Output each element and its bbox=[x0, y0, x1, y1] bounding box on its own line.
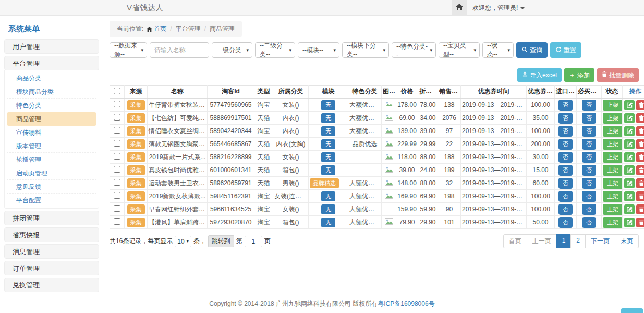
page-1-button[interactable]: 1 bbox=[556, 234, 572, 248]
row-checkbox[interactable] bbox=[114, 218, 120, 225]
breadcrumb-home-link[interactable]: 首页 bbox=[154, 25, 166, 32]
status-button[interactable]: 上架 bbox=[603, 191, 623, 202]
must-buy-toggle[interactable]: 否 bbox=[582, 204, 596, 215]
row-checkbox[interactable] bbox=[114, 205, 120, 212]
sidebar-sub-item[interactable]: 意见反馈 bbox=[7, 180, 96, 194]
jump-button[interactable]: 跳转到 bbox=[208, 235, 234, 247]
status-button[interactable]: 上架 bbox=[603, 217, 623, 228]
back-to-top-button[interactable] bbox=[621, 308, 643, 313]
must-buy-toggle[interactable]: 否 bbox=[582, 217, 596, 228]
sidebar-section-item[interactable]: 用户管理 bbox=[4, 39, 99, 54]
must-buy-toggle[interactable]: 否 bbox=[582, 139, 596, 150]
delete-button[interactable] bbox=[636, 139, 644, 149]
row-checkbox[interactable] bbox=[114, 166, 120, 173]
next-page-button[interactable]: 下一页 bbox=[585, 234, 615, 248]
second-category-select[interactable]: --二级分类--▾ bbox=[255, 42, 295, 58]
import-excel-button[interactable]: 导入excel bbox=[517, 68, 562, 82]
status-button[interactable]: 上架 bbox=[603, 126, 623, 137]
must-buy-toggle[interactable]: 否 bbox=[582, 191, 596, 202]
must-buy-toggle[interactable]: 否 bbox=[582, 126, 596, 137]
sidebar-sub-item[interactable]: 轮播管理 bbox=[7, 153, 96, 166]
row-checkbox[interactable] bbox=[114, 140, 120, 147]
sidebar-sub-item[interactable]: 商品管理 bbox=[7, 112, 96, 126]
sidebar-sub-item[interactable]: 特色分类 bbox=[7, 99, 96, 112]
must-buy-toggle[interactable]: 否 bbox=[582, 113, 596, 124]
edit-button[interactable] bbox=[624, 100, 635, 110]
delete-button[interactable] bbox=[636, 113, 644, 123]
import-select-toggle[interactable]: 否 bbox=[558, 113, 573, 124]
sidebar-sub-item[interactable]: 宣传物料 bbox=[7, 126, 96, 139]
must-buy-toggle[interactable]: 否 bbox=[582, 178, 596, 189]
must-buy-toggle[interactable]: 否 bbox=[582, 165, 596, 176]
sidebar-sub-item[interactable]: 启动页管理 bbox=[7, 166, 96, 180]
search-button[interactable]: 查询 bbox=[516, 42, 548, 58]
status-button[interactable]: 上架 bbox=[603, 165, 623, 176]
must-buy-toggle[interactable]: 否 bbox=[582, 152, 596, 163]
row-checkbox[interactable] bbox=[114, 114, 120, 121]
edit-button[interactable] bbox=[624, 152, 635, 162]
add-button[interactable]: ＋添加 bbox=[564, 68, 594, 82]
delete-button[interactable] bbox=[636, 100, 644, 110]
last-page-button[interactable]: 末页 bbox=[615, 234, 639, 248]
import-select-toggle[interactable]: 否 bbox=[558, 126, 573, 137]
delete-button[interactable] bbox=[636, 152, 644, 162]
name-search-input[interactable] bbox=[150, 42, 209, 58]
reset-button[interactable]: 重置 bbox=[550, 42, 581, 58]
delete-button[interactable] bbox=[636, 178, 644, 188]
home-button[interactable] bbox=[452, 0, 467, 16]
edit-button[interactable] bbox=[624, 178, 635, 188]
prev-page-button[interactable]: 上一页 bbox=[527, 234, 557, 248]
import-select-toggle[interactable]: 否 bbox=[558, 191, 573, 202]
import-select-toggle[interactable]: 否 bbox=[558, 100, 573, 111]
sidebar-sub-item[interactable]: 商品分类 bbox=[7, 71, 96, 85]
sidebar-sub-item[interactable]: 平台配置 bbox=[7, 194, 96, 207]
select-all-checkbox[interactable] bbox=[114, 88, 120, 94]
edit-button[interactable] bbox=[624, 218, 635, 227]
import-select-toggle[interactable]: 否 bbox=[558, 204, 573, 215]
icp-link[interactable]: 粤ICP备16098006号 bbox=[378, 300, 434, 307]
edit-button[interactable] bbox=[624, 165, 635, 175]
import-select-toggle[interactable]: 否 bbox=[558, 217, 573, 228]
delete-button[interactable] bbox=[636, 204, 644, 214]
status-select[interactable]: --状态--▾ bbox=[482, 42, 514, 58]
row-checkbox[interactable] bbox=[114, 127, 120, 134]
row-checkbox[interactable] bbox=[114, 192, 120, 199]
edit-button[interactable] bbox=[624, 126, 635, 136]
import-select-toggle[interactable]: 否 bbox=[558, 165, 573, 176]
status-button[interactable]: 上架 bbox=[603, 139, 623, 150]
user-menu[interactable]: 欢迎您，管理员! bbox=[472, 0, 525, 16]
item-type-select[interactable]: --宝贝类型--▾ bbox=[439, 42, 480, 58]
sidebar-sub-item[interactable]: 版本管理 bbox=[7, 139, 96, 153]
status-button[interactable]: 上架 bbox=[603, 152, 623, 163]
sidebar-sub-item[interactable]: 模块商品分类 bbox=[7, 85, 96, 99]
sidebar-section-item[interactable]: 订单管理 bbox=[4, 261, 99, 275]
data-source-select[interactable]: --数据来源--▾ bbox=[110, 42, 147, 58]
sidebar-section-item[interactable]: 省惠快报 bbox=[4, 227, 99, 242]
must-buy-toggle[interactable]: 否 bbox=[582, 100, 596, 111]
status-button[interactable]: 上架 bbox=[603, 100, 623, 111]
edit-button[interactable] bbox=[624, 139, 635, 149]
status-button[interactable]: 上架 bbox=[603, 178, 623, 189]
first-page-button[interactable]: 首页 bbox=[503, 234, 527, 248]
delete-button[interactable] bbox=[636, 218, 644, 227]
page-2-button[interactable]: 2 bbox=[570, 234, 586, 248]
edit-button[interactable] bbox=[624, 191, 635, 201]
sidebar-section-item[interactable]: 消息管理 bbox=[4, 244, 99, 259]
status-button[interactable]: 上架 bbox=[603, 113, 623, 124]
batch-delete-button[interactable]: 批量删除 bbox=[597, 68, 639, 82]
edit-button[interactable] bbox=[624, 204, 635, 214]
delete-button[interactable] bbox=[636, 165, 644, 175]
edit-button[interactable] bbox=[624, 113, 635, 123]
row-checkbox[interactable] bbox=[114, 101, 120, 107]
sidebar-section-item[interactable]: 平台管理 bbox=[4, 56, 99, 70]
status-button[interactable]: 上架 bbox=[603, 204, 623, 215]
row-checkbox[interactable] bbox=[114, 153, 120, 160]
per-page-select[interactable]: 10▾ bbox=[175, 236, 191, 247]
page-number-input[interactable] bbox=[245, 236, 262, 247]
delete-button[interactable] bbox=[636, 126, 644, 136]
import-select-toggle[interactable]: 否 bbox=[558, 152, 573, 163]
import-select-toggle[interactable]: 否 bbox=[558, 178, 573, 189]
module-subcategory-select[interactable]: --模块下分类--▾ bbox=[342, 42, 389, 58]
delete-button[interactable] bbox=[636, 191, 644, 201]
module-select[interactable]: --模块--▾ bbox=[298, 42, 339, 58]
